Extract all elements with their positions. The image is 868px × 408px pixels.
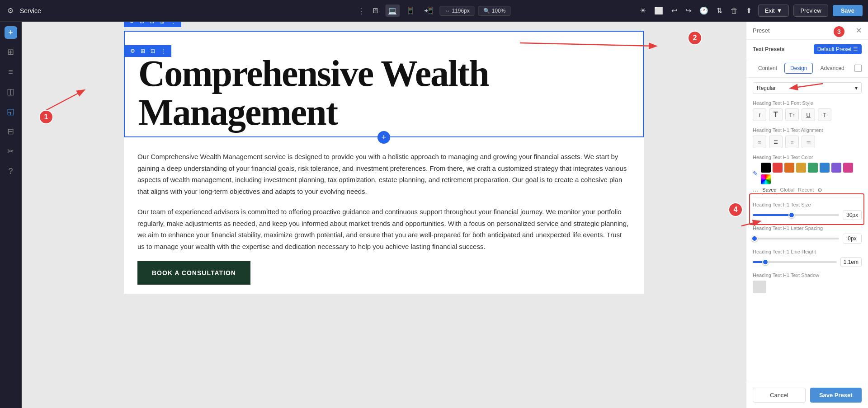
panel-close-button[interactable]: ✕ (856, 26, 862, 35)
sidebar-icon-design[interactable]: ◱ (2, 103, 19, 120)
redo-icon[interactable]: ↪ (684, 5, 693, 17)
body-paragraph-1[interactable]: Our Comprehensive Wealth Management serv… (137, 151, 630, 197)
cancel-button[interactable]: Cancel (753, 388, 806, 403)
letter-spacing-value[interactable]: 0px (843, 234, 862, 244)
sidebar-icon-pages[interactable]: ⊟ (2, 123, 19, 140)
color-tab-global[interactable]: Global (780, 187, 795, 195)
tab-design[interactable]: Design (784, 63, 813, 74)
sidebar-icon-components[interactable]: ◫ (2, 83, 19, 100)
color-tab-saved[interactable]: Saved (762, 187, 776, 195)
preview-button[interactable]: Preview (793, 5, 828, 17)
gear-icon[interactable]: ⚙ (5, 5, 15, 17)
heading-toolbar-gear[interactable]: ⚙ (128, 47, 137, 55)
toolbar-more[interactable]: ⋮ (169, 22, 178, 25)
color-tab-more[interactable]: ··· (753, 187, 759, 195)
line-height-value[interactable]: 1.1em (840, 257, 862, 267)
color-swatch-green[interactable] (808, 163, 818, 173)
presets-label: Text Presets (753, 46, 784, 52)
toolbar-grid[interactable]: ⊞ (138, 22, 146, 25)
line-height-slider[interactable] (753, 261, 837, 263)
panel-tabs: Content Design Advanced 3 (746, 59, 868, 78)
font-style-dropdown[interactable]: Regular ▾ (753, 82, 862, 94)
add-element-button[interactable]: + (5, 26, 17, 39)
font-style-buttons: I T T↑ U T (753, 108, 862, 121)
color-swatch-purple[interactable] (831, 163, 841, 173)
annotation-3: 3 (833, 25, 845, 38)
color-swatch-yellow[interactable] (796, 163, 806, 173)
color-tab-recent[interactable]: Recent (798, 187, 814, 195)
outer-element-toolbar: ⚙ ⊞ ⊡ 🗑 ⋮ (124, 22, 181, 27)
slider-thumb-lineheight[interactable] (762, 259, 769, 265)
text-size-value[interactable]: 30px (843, 210, 862, 220)
color-swatch-pink[interactable] (843, 163, 853, 173)
tab-content[interactable]: Content (753, 63, 783, 73)
toolbar-copy[interactable]: ⊡ (148, 22, 156, 25)
letter-spacing-slider[interactable] (753, 238, 839, 239)
topbar-center: ⋮ 🖥 💻 📱 📲 ↔ 1196px 🔍 100% (357, 5, 510, 17)
italic-button[interactable]: I (753, 108, 766, 121)
toolbar-gear[interactable]: ⚙ (127, 22, 136, 25)
tablet-device-btn[interactable]: 📱 (403, 5, 418, 17)
sidebar-icon-layers[interactable]: ≡ (2, 63, 19, 80)
cta-button[interactable]: BOOK A CONSULTATION (137, 261, 250, 285)
heading-section[interactable]: ⚙ ⊞ ⊡ ⋮ Comprehensive Wealth Management … (124, 31, 644, 137)
color-pencil-icon[interactable]: ✎ (753, 170, 758, 177)
mobile-device-btn[interactable]: 📲 (421, 5, 436, 17)
undo-icon[interactable]: ↩ (670, 5, 679, 17)
large-t-button[interactable]: T (769, 108, 783, 121)
sun-icon[interactable]: ☀ (638, 5, 648, 17)
slider-thumb-spacing[interactable] (751, 235, 758, 242)
viewport-badge[interactable]: ↔ 1196px (439, 6, 474, 16)
presets-dropdown-button[interactable]: Default Preset ☰ (814, 44, 862, 54)
panel-checkbox[interactable] (854, 65, 862, 72)
sidebar-icon-scissors[interactable]: ✂ (2, 143, 19, 160)
tab-advanced[interactable]: Advanced (815, 63, 849, 73)
text-size-slider[interactable] (753, 214, 839, 216)
settings-icon[interactable]: ⇅ (715, 5, 724, 17)
save-preset-button[interactable]: Save Preset (810, 388, 862, 403)
superscript-button[interactable]: T↑ (785, 108, 799, 121)
desktop-device-btn[interactable]: 🖥 (369, 5, 382, 17)
strikethrough-button[interactable]: T (818, 108, 831, 121)
more-icon[interactable]: ⋮ (357, 6, 365, 16)
toolbar-delete[interactable]: 🗑 (158, 22, 167, 25)
delete-icon[interactable]: 🗑 (729, 5, 740, 17)
slider-thumb[interactable] (788, 212, 795, 218)
color-swatch-orange[interactable] (784, 163, 794, 173)
text-shadow-swatch[interactable] (753, 281, 766, 293)
heading-h1[interactable]: Comprehensive Wealth Management (138, 54, 629, 132)
body-paragraph-2[interactable]: Our team of experienced advisors is comm… (137, 206, 630, 252)
alignment-buttons: ≡ ☰ ≡ ≣ (753, 136, 862, 148)
zoom-badge[interactable]: 🔍 100% (478, 6, 511, 16)
align-right-button[interactable]: ≡ (785, 136, 799, 148)
align-center-button[interactable]: ☰ (769, 136, 783, 148)
topbar-right: ☀ ⬜ ↩ ↪ 🕐 ⇅ 🗑 ⬆ Exit ▼ Preview Save (638, 5, 863, 17)
letter-spacing-label: Heading Text H1 Letter Spacing (753, 225, 862, 231)
underline-button[interactable]: U (802, 108, 815, 121)
color-settings-icon[interactable]: ⚙ (817, 187, 822, 195)
toggle-icon[interactable]: ⬜ (652, 5, 665, 17)
color-swatches (761, 163, 862, 184)
color-swatch-blue[interactable] (820, 163, 830, 173)
laptop-device-btn[interactable]: 💻 (385, 5, 400, 17)
exit-button[interactable]: Exit ▼ (758, 5, 789, 17)
heading-toolbar-grid[interactable]: ⊞ (139, 47, 147, 55)
add-block-button[interactable]: + (377, 131, 390, 144)
publish-icon[interactable]: ⬆ (744, 5, 754, 17)
canvas-area[interactable]: 1 ⚙ ⊞ ⊡ 🗑 ⋮ ⚙ ⊞ ⊡ ⋮ Comprehensive Wealth… (22, 22, 746, 408)
heading-toolbar-more[interactable]: ⋮ (159, 47, 168, 55)
color-swatch-red[interactable] (773, 163, 783, 173)
panel-title-label: Preset (753, 27, 770, 34)
save-button[interactable]: Save (833, 5, 863, 16)
color-swatch-rainbow[interactable] (761, 174, 771, 184)
align-justify-button[interactable]: ≣ (802, 136, 815, 148)
color-swatch-black[interactable] (761, 163, 771, 173)
main-layout: + ⊞ ≡ ◫ ◱ ⊟ ✂ ? 1 ⚙ ⊞ ⊡ 🗑 ⋮ ⚙ ⊞ (0, 22, 868, 408)
align-left-button[interactable]: ≡ (753, 136, 766, 148)
heading-toolbar-copy[interactable]: ⊡ (149, 47, 157, 55)
sidebar-icon-help[interactable]: ? (2, 163, 19, 180)
left-sidebar: + ⊞ ≡ ◫ ◱ ⊟ ✂ ? (0, 22, 22, 408)
sidebar-icon-grid[interactable]: ⊞ (2, 43, 19, 61)
dropdown-arrow-icon: ▾ (855, 85, 858, 91)
history-icon[interactable]: 🕐 (698, 5, 710, 17)
